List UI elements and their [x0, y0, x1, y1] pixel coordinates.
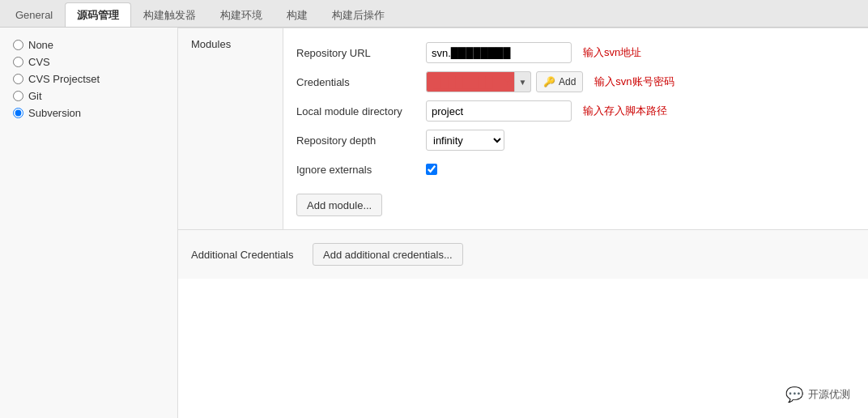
main-content: None CVS CVS Projectset Git Subversion M… — [0, 28, 868, 418]
radio-git[interactable]: Git — [13, 90, 164, 102]
radio-cvs-projectset-label: CVS Projectset — [28, 73, 100, 85]
credentials-add-button[interactable]: 🔑 Add — [536, 71, 583, 92]
credentials-controls: ████████ ▼ 🔑 Add 输入svn账号密码 — [426, 71, 855, 92]
additional-credentials-label: Additional Credentials — [191, 249, 313, 261]
add-additional-credentials-button[interactable]: Add additional credentials... — [313, 243, 463, 266]
credentials-add-label: Add — [559, 76, 576, 87]
tab-post-build[interactable]: 构建后操作 — [320, 2, 397, 27]
local-module-controls: 输入存入脚本路径 — [426, 100, 855, 122]
tab-source-control[interactable]: 源码管理 — [65, 2, 131, 27]
dropdown-icon: ▼ — [519, 78, 527, 87]
repository-url-row: Repository URL 输入svn地址 — [296, 41, 855, 64]
repository-url-input[interactable] — [426, 42, 572, 63]
watermark-text: 开源优测 — [808, 387, 850, 402]
radio-git-label: Git — [28, 90, 42, 102]
radio-none[interactable]: None — [13, 39, 164, 51]
tab-general[interactable]: General — [3, 2, 65, 27]
repository-url-label: Repository URL — [296, 47, 426, 59]
credentials-annotation: 输入svn账号密码 — [594, 75, 674, 89]
local-module-label: Local module directory — [296, 105, 426, 117]
ignore-externals-checkbox[interactable] — [426, 164, 437, 175]
credentials-row: Credentials ████████ ▼ 🔑 Add — [296, 70, 855, 93]
tab-build-trigger[interactable]: 构建触发器 — [131, 2, 208, 27]
repository-url-controls: 输入svn地址 — [426, 42, 855, 63]
tab-build[interactable]: 构建 — [274, 2, 320, 27]
repository-depth-controls: infinity empty files immediates — [426, 130, 855, 151]
wechat-icon: 💬 — [785, 386, 803, 403]
radio-cvs-label: CVS — [28, 56, 50, 68]
add-module-button[interactable]: Add module... — [296, 194, 382, 216]
local-module-row: Local module directory 输入存入脚本路径 — [296, 100, 855, 122]
ignore-externals-controls — [426, 164, 855, 175]
radio-cvs-projectset[interactable]: CVS Projectset — [13, 73, 164, 85]
ignore-externals-row: Ignore externals — [296, 158, 855, 181]
repository-depth-row: Repository depth infinity empty files im… — [296, 129, 855, 151]
repository-depth-select[interactable]: infinity empty files immediates — [426, 130, 504, 151]
modules-label: Modules — [178, 28, 283, 229]
modules-section: Modules Repository URL 输入svn地址 Credentia… — [178, 28, 868, 229]
ignore-externals-label: Ignore externals — [296, 164, 426, 176]
repository-url-annotation: 输入svn地址 — [583, 45, 641, 60]
radio-subversion[interactable]: Subversion — [13, 107, 164, 119]
add-module-row: Add module... — [296, 187, 855, 223]
key-icon: 🔑 — [543, 76, 555, 87]
local-module-annotation: 输入存入脚本路径 — [583, 104, 667, 118]
radio-none-label: None — [28, 39, 53, 51]
radio-cvs[interactable]: CVS — [13, 56, 164, 68]
additional-credentials-section: Additional Credentials Add additional cr… — [178, 229, 868, 279]
credentials-select[interactable]: ████████ — [426, 71, 515, 92]
config-area: Modules Repository URL 输入svn地址 Credentia… — [178, 28, 868, 418]
credentials-dropdown-arrow[interactable]: ▼ — [515, 71, 531, 92]
source-control-sidebar: None CVS CVS Projectset Git Subversion — [0, 28, 178, 418]
tab-build-env[interactable]: 构建环境 — [208, 2, 274, 27]
modules-content: Repository URL 输入svn地址 Credentials █████… — [283, 28, 868, 229]
repository-depth-label: Repository depth — [296, 134, 426, 147]
radio-subversion-label: Subversion — [28, 107, 81, 119]
watermark: 💬 开源优测 — [781, 384, 855, 405]
credentials-wrapper: ████████ ▼ — [426, 71, 531, 92]
tab-bar: General 源码管理 构建触发器 构建环境 构建 构建后操作 — [0, 0, 868, 28]
credentials-label: Credentials — [296, 76, 426, 88]
local-module-input[interactable] — [426, 100, 572, 122]
